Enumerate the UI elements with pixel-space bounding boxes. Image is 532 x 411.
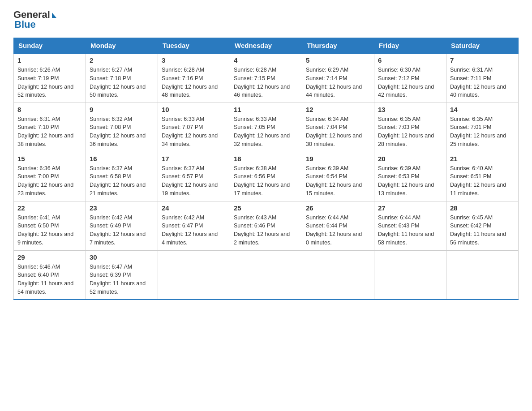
day-number: 18 bbox=[234, 155, 298, 163]
day-info: Sunrise: 6:45 AMSunset: 6:42 PMDaylight:… bbox=[450, 214, 515, 247]
calendar-day bbox=[302, 250, 374, 300]
day-info: Sunrise: 6:41 AMSunset: 6:50 PMDaylight:… bbox=[17, 214, 82, 247]
calendar-body: 1Sunrise: 6:26 AMSunset: 7:19 PMDaylight… bbox=[14, 53, 519, 300]
calendar-day bbox=[158, 250, 230, 300]
day-number: 30 bbox=[90, 253, 154, 261]
calendar-day: 3Sunrise: 6:28 AMSunset: 7:16 PMDaylight… bbox=[158, 53, 230, 103]
day-info: Sunrise: 6:38 AMSunset: 6:56 PMDaylight:… bbox=[234, 164, 298, 198]
day-number: 28 bbox=[450, 204, 515, 212]
calendar-day: 26Sunrise: 6:44 AMSunset: 6:44 PMDayligh… bbox=[302, 201, 374, 250]
day-number: 21 bbox=[450, 155, 515, 163]
day-number: 23 bbox=[90, 204, 154, 212]
day-number: 20 bbox=[378, 155, 442, 163]
calendar-day: 11Sunrise: 6:33 AMSunset: 7:05 PMDayligh… bbox=[230, 103, 302, 152]
day-info: Sunrise: 6:28 AMSunset: 7:16 PMDaylight:… bbox=[162, 66, 226, 99]
day-info: Sunrise: 6:44 AMSunset: 6:43 PMDaylight:… bbox=[378, 214, 442, 247]
day-info: Sunrise: 6:29 AMSunset: 7:14 PMDaylight:… bbox=[306, 66, 370, 99]
calendar-day: 27Sunrise: 6:44 AMSunset: 6:43 PMDayligh… bbox=[374, 201, 446, 250]
weekday-header-wednesday: Wednesday bbox=[230, 38, 302, 54]
day-info: Sunrise: 6:27 AMSunset: 7:18 PMDaylight:… bbox=[90, 66, 154, 99]
day-number: 5 bbox=[306, 56, 370, 64]
day-number: 22 bbox=[17, 204, 82, 212]
day-number: 24 bbox=[162, 204, 226, 212]
weekday-header-row: SundayMondayTuesdayWednesdayThursdayFrid… bbox=[14, 38, 519, 54]
day-number: 4 bbox=[234, 56, 298, 64]
calendar-week-row: 29Sunrise: 6:46 AMSunset: 6:40 PMDayligh… bbox=[14, 250, 519, 300]
day-info: Sunrise: 6:35 AMSunset: 7:03 PMDaylight:… bbox=[378, 115, 442, 149]
day-info: Sunrise: 6:44 AMSunset: 6:44 PMDaylight:… bbox=[306, 214, 370, 247]
calendar-day: 19Sunrise: 6:39 AMSunset: 6:54 PMDayligh… bbox=[302, 152, 374, 201]
calendar-week-row: 15Sunrise: 6:36 AMSunset: 7:00 PMDayligh… bbox=[14, 152, 519, 201]
day-number: 7 bbox=[450, 56, 515, 64]
calendar-day: 7Sunrise: 6:31 AMSunset: 7:11 PMDaylight… bbox=[446, 53, 519, 103]
day-info: Sunrise: 6:43 AMSunset: 6:46 PMDaylight:… bbox=[234, 214, 298, 247]
calendar-table: SundayMondayTuesdayWednesdayThursdayFrid… bbox=[13, 38, 519, 300]
calendar-day bbox=[374, 250, 446, 300]
day-number: 12 bbox=[306, 106, 370, 113]
day-info: Sunrise: 6:42 AMSunset: 6:49 PMDaylight:… bbox=[90, 214, 154, 247]
calendar-day bbox=[230, 250, 302, 300]
calendar-day: 17Sunrise: 6:37 AMSunset: 6:57 PMDayligh… bbox=[158, 152, 230, 201]
day-number: 8 bbox=[17, 106, 82, 113]
calendar-day: 20Sunrise: 6:39 AMSunset: 6:53 PMDayligh… bbox=[374, 152, 446, 201]
calendar-day: 5Sunrise: 6:29 AMSunset: 7:14 PMDaylight… bbox=[302, 53, 374, 103]
day-number: 11 bbox=[234, 106, 298, 113]
calendar-week-row: 1Sunrise: 6:26 AMSunset: 7:19 PMDaylight… bbox=[14, 53, 519, 103]
weekday-header-tuesday: Tuesday bbox=[158, 38, 230, 54]
day-number: 6 bbox=[378, 56, 442, 64]
calendar-day: 8Sunrise: 6:31 AMSunset: 7:10 PMDaylight… bbox=[14, 103, 86, 152]
logo-blue-text: Blue bbox=[14, 19, 36, 30]
day-info: Sunrise: 6:39 AMSunset: 6:54 PMDaylight:… bbox=[306, 164, 370, 198]
day-number: 19 bbox=[306, 155, 370, 163]
calendar-week-row: 8Sunrise: 6:31 AMSunset: 7:10 PMDaylight… bbox=[14, 103, 519, 152]
weekday-header-thursday: Thursday bbox=[302, 38, 374, 54]
day-info: Sunrise: 6:37 AMSunset: 6:57 PMDaylight:… bbox=[162, 164, 226, 198]
day-number: 29 bbox=[17, 253, 82, 261]
calendar-day: 15Sunrise: 6:36 AMSunset: 7:00 PMDayligh… bbox=[14, 152, 86, 201]
day-number: 17 bbox=[162, 155, 226, 163]
day-number: 3 bbox=[162, 56, 226, 64]
calendar-day: 12Sunrise: 6:34 AMSunset: 7:04 PMDayligh… bbox=[302, 103, 374, 152]
day-number: 15 bbox=[17, 155, 82, 163]
day-number: 16 bbox=[90, 155, 154, 163]
calendar-day: 1Sunrise: 6:26 AMSunset: 7:19 PMDaylight… bbox=[14, 53, 86, 103]
day-info: Sunrise: 6:32 AMSunset: 7:08 PMDaylight:… bbox=[90, 115, 154, 149]
calendar-day: 25Sunrise: 6:43 AMSunset: 6:46 PMDayligh… bbox=[230, 201, 302, 250]
day-info: Sunrise: 6:31 AMSunset: 7:11 PMDaylight:… bbox=[450, 66, 515, 99]
day-number: 25 bbox=[234, 204, 298, 212]
day-number: 27 bbox=[378, 204, 442, 212]
calendar-day: 23Sunrise: 6:42 AMSunset: 6:49 PMDayligh… bbox=[86, 201, 158, 250]
day-info: Sunrise: 6:33 AMSunset: 7:07 PMDaylight:… bbox=[162, 115, 226, 149]
day-number: 1 bbox=[17, 56, 82, 64]
day-info: Sunrise: 6:37 AMSunset: 6:58 PMDaylight:… bbox=[90, 164, 154, 198]
day-info: Sunrise: 6:36 AMSunset: 7:00 PMDaylight:… bbox=[17, 164, 82, 198]
calendar-day: 2Sunrise: 6:27 AMSunset: 7:18 PMDaylight… bbox=[86, 53, 158, 103]
calendar-week-row: 22Sunrise: 6:41 AMSunset: 6:50 PMDayligh… bbox=[14, 201, 519, 250]
day-number: 13 bbox=[378, 106, 442, 113]
calendar-day: 29Sunrise: 6:46 AMSunset: 6:40 PMDayligh… bbox=[14, 250, 86, 300]
calendar-day: 10Sunrise: 6:33 AMSunset: 7:07 PMDayligh… bbox=[158, 103, 230, 152]
calendar-day: 18Sunrise: 6:38 AMSunset: 6:56 PMDayligh… bbox=[230, 152, 302, 201]
day-info: Sunrise: 6:30 AMSunset: 7:12 PMDaylight:… bbox=[378, 66, 442, 99]
day-info: Sunrise: 6:46 AMSunset: 6:40 PMDaylight:… bbox=[17, 263, 82, 296]
calendar-day: 28Sunrise: 6:45 AMSunset: 6:42 PMDayligh… bbox=[446, 201, 519, 250]
day-info: Sunrise: 6:26 AMSunset: 7:19 PMDaylight:… bbox=[17, 66, 82, 99]
calendar-day: 14Sunrise: 6:35 AMSunset: 7:01 PMDayligh… bbox=[446, 103, 519, 152]
calendar-day: 6Sunrise: 6:30 AMSunset: 7:12 PMDaylight… bbox=[374, 53, 446, 103]
day-number: 9 bbox=[90, 106, 154, 113]
logo: General Blue bbox=[13, 9, 56, 30]
day-info: Sunrise: 6:34 AMSunset: 7:04 PMDaylight:… bbox=[306, 115, 370, 149]
calendar-day: 16Sunrise: 6:37 AMSunset: 6:58 PMDayligh… bbox=[86, 152, 158, 201]
calendar-day: 21Sunrise: 6:40 AMSunset: 6:51 PMDayligh… bbox=[446, 152, 519, 201]
calendar-day: 24Sunrise: 6:42 AMSunset: 6:47 PMDayligh… bbox=[158, 201, 230, 250]
day-number: 10 bbox=[162, 106, 226, 113]
calendar-day bbox=[446, 250, 519, 300]
day-number: 26 bbox=[306, 204, 370, 212]
calendar-header: SundayMondayTuesdayWednesdayThursdayFrid… bbox=[14, 38, 519, 54]
day-info: Sunrise: 6:42 AMSunset: 6:47 PMDaylight:… bbox=[162, 214, 226, 247]
day-number: 2 bbox=[90, 56, 154, 64]
day-info: Sunrise: 6:28 AMSunset: 7:15 PMDaylight:… bbox=[234, 66, 298, 99]
day-info: Sunrise: 6:31 AMSunset: 7:10 PMDaylight:… bbox=[17, 115, 82, 149]
calendar-day: 4Sunrise: 6:28 AMSunset: 7:15 PMDaylight… bbox=[230, 53, 302, 103]
calendar-day: 9Sunrise: 6:32 AMSunset: 7:08 PMDaylight… bbox=[86, 103, 158, 152]
